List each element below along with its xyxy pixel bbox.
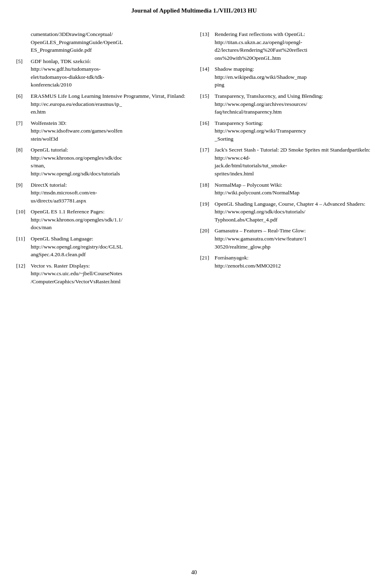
ref-text: Gamasutra – Features – Real-Time Glow:ht… — [215, 227, 372, 251]
ref-num: [18] — [200, 181, 215, 197]
left-column: cumentation/3DDrawing/Conceptual/OpenGLE… — [16, 30, 188, 289]
page-footer: 40 — [0, 569, 388, 576]
ref-entry-12: [12] Vector vs. Raster Displays:http://w… — [16, 262, 188, 286]
ref-text: OpenGL Shading Language, Course, Chapter… — [215, 200, 372, 224]
ref-num: [12] — [16, 262, 31, 286]
ref-entry-10: [10] OpenGL ES 1.1 Reference Pages:http:… — [16, 208, 188, 232]
ref-text: ERASMUS Life Long Learning Intensive Pro… — [31, 92, 188, 116]
ref-text: Transparency Sorting:http://www.opengl.o… — [215, 119, 372, 143]
ref-num: [7] — [16, 119, 31, 143]
ref-num: [14] — [200, 65, 215, 89]
ref-num: [20] — [200, 227, 215, 251]
ref-num: [21] — [200, 254, 215, 270]
ref-num: [9] — [16, 181, 31, 205]
page-content: cumentation/3DDrawing/Conceptual/OpenGLE… — [0, 18, 388, 313]
ref-entry-17: [17] Jack's Secret Stash - Tutorial: 2D … — [200, 146, 372, 177]
ref-entry-14: [14] Shadow mapping:http://en.wikipedia.… — [200, 65, 372, 89]
ref-text: DirectX tutorial:http://msdn.microsoft.c… — [31, 181, 188, 205]
ref-text: NormalMap – Polycount Wiki:http://wiki.p… — [215, 181, 372, 197]
ref-text: Vector vs. Raster Displays:http://www.cs… — [31, 262, 188, 286]
ref-entry-6: [6] ERASMUS Life Long Learning Intensive… — [16, 92, 188, 116]
journal-title: Journal of Applied Multimedia 1./VIII./2… — [131, 7, 257, 14]
ref-num: [13] — [200, 30, 215, 62]
ref-text: Forrásanyagok:http://zenorbi.com/MMO2012 — [215, 254, 372, 270]
ref-text: Rendering Fast reflections with OpenGL:h… — [215, 30, 372, 62]
ref-entry-8: [8] OpenGL tutorial:http://www.khronos.o… — [16, 146, 188, 177]
ref-entry-11: [11] OpenGL Shading Language:http://www.… — [16, 235, 188, 259]
ref-entry-9: [9] DirectX tutorial:http://msdn.microso… — [16, 181, 188, 205]
ref-entry-16: [16] Transparency Sorting:http://www.ope… — [200, 119, 372, 143]
ref-num — [16, 30, 31, 54]
ref-num: [15] — [200, 92, 215, 116]
ref-entry-19: [19] OpenGL Shading Language, Course, Ch… — [200, 200, 372, 224]
ref-num: [10] — [16, 208, 31, 232]
ref-text: OpenGL tutorial:http://www.khronos.org/o… — [31, 146, 188, 177]
ref-num: [6] — [16, 92, 31, 116]
ref-num: [8] — [16, 146, 31, 177]
ref-num: [19] — [200, 200, 215, 224]
ref-text: Shadow mapping:http://en.wikipedia.org/w… — [215, 65, 372, 89]
ref-entry-21: [21] Forrásanyagok:http://zenorbi.com/MM… — [200, 254, 372, 270]
ref-text: OpenGL ES 1.1 Reference Pages:http://www… — [31, 208, 188, 232]
right-column: [13] Rendering Fast reflections with Ope… — [200, 30, 372, 289]
ref-text: GDF honlap, TDK szekció:http://www.gdf.h… — [31, 57, 188, 89]
ref-text: cumentation/3DDrawing/Conceptual/OpenGLE… — [31, 30, 188, 54]
ref-entry-20: [20] Gamasutra – Features – Real-Time Gl… — [200, 227, 372, 251]
ref-num: [5] — [16, 57, 31, 89]
ref-text: Jack's Secret Stash - Tutorial: 2D Smoke… — [215, 146, 372, 177]
page-number: 40 — [191, 569, 197, 575]
ref-entry-5-continuation: cumentation/3DDrawing/Conceptual/OpenGLE… — [16, 30, 188, 54]
page-header: Journal of Applied Multimedia 1./VIII./2… — [0, 0, 388, 18]
ref-num: [16] — [200, 119, 215, 143]
ref-text: OpenGL Shading Language:http://www.openg… — [31, 235, 188, 259]
ref-entry-15: [15] Transparency, Translucency, and Usi… — [200, 92, 372, 116]
ref-entry-7: [7] Wolfenstein 3D:http://www.idsoftware… — [16, 119, 188, 143]
ref-entry-18: [18] NormalMap – Polycount Wiki:http://w… — [200, 181, 372, 197]
ref-num: [17] — [200, 146, 215, 177]
ref-entry-13: [13] Rendering Fast reflections with Ope… — [200, 30, 372, 62]
ref-entry-5: [5] GDF honlap, TDK szekció:http://www.g… — [16, 57, 188, 89]
ref-text: Wolfenstein 3D:http://www.idsoftware.com… — [31, 119, 188, 143]
ref-text: Transparency, Translucency, and Using Bl… — [215, 92, 372, 116]
ref-num: [11] — [16, 235, 31, 259]
